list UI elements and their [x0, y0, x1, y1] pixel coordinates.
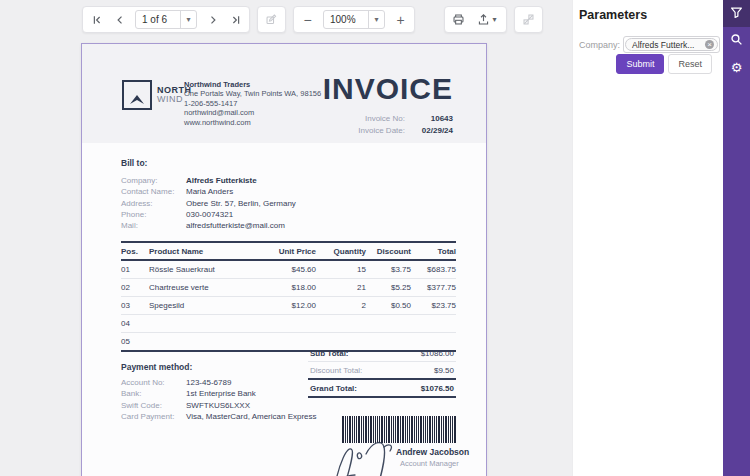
invoice-no-value: 10643 [405, 113, 453, 125]
viewer-toolbar: 1 of 6 ▾ [82, 6, 550, 33]
payment-value: 123-45-6789 [186, 377, 231, 388]
zoom-select-value: 100% [324, 14, 368, 25]
document-viewer-area: 1 of 6 ▾ [0, 0, 572, 476]
signer-role: Account Manager [400, 459, 459, 468]
pagination-group: 1 of 6 ▾ [82, 6, 250, 33]
sidebar-item-parameters[interactable] [723, 0, 750, 27]
totals-block: Sub Total: $1086.00 Discount Total: $9.5… [308, 345, 456, 398]
payment-label: Account No: [121, 377, 186, 388]
last-page-button[interactable] [224, 7, 247, 32]
chevron-down-icon[interactable]: ▾ [180, 11, 196, 28]
seller-phone: 1-206-555-1417 [184, 99, 321, 108]
print-button[interactable] [447, 7, 470, 32]
gear-icon: ⚙ [731, 61, 743, 74]
col-quantity: Quantity [316, 242, 366, 260]
payment-row: Swift Code: SWFTKUS6LXXX [121, 400, 317, 411]
bill-to-label: Address: [121, 198, 186, 209]
invoice-no-label: Invoice No: [365, 113, 405, 125]
zoom-group: − 100% ▾ + [293, 6, 415, 33]
page-select-value: 1 of 6 [136, 14, 180, 25]
editing-group [257, 6, 286, 33]
col-unit-price: Unit Price [259, 242, 316, 260]
payment-value: Visa, MasterCard, American Express [186, 411, 317, 422]
payment-label: Card Payment: [121, 411, 186, 422]
grand-total-label: Grand Total: [310, 384, 357, 393]
zoom-in-button[interactable]: + [389, 7, 412, 32]
first-page-button[interactable] [85, 7, 108, 32]
submit-button[interactable]: Submit [616, 54, 664, 74]
sub-total-value: $1086.00 [421, 349, 454, 358]
bill-to-block: Company: Alfreds Futterkiste Contact Nam… [121, 175, 296, 231]
report-viewer-app: 1 of 6 ▾ [0, 0, 750, 476]
bill-to-row: Mail: alfredsfutterkiste@mail.com [121, 220, 296, 231]
sub-total-row: Sub Total: $1086.00 [308, 345, 456, 362]
reset-button[interactable]: Reset [668, 54, 712, 74]
search-icon [730, 32, 743, 50]
company-input[interactable]: Alfreds Futterk... × [623, 36, 720, 53]
bill-to-label: Phone: [121, 209, 186, 220]
company-value-chip[interactable]: Alfreds Futterk... × [625, 38, 718, 51]
payment-value: 1st Enterprise Bank [186, 388, 256, 399]
payment-row: Card Payment: Visa, MasterCard, American… [121, 411, 317, 422]
bill-to-row: Company: Alfreds Futterkiste [121, 175, 296, 186]
seller-name: Northwind Traders [184, 80, 321, 89]
bill-to-value: alfredsfutterkiste@mail.com [186, 220, 285, 231]
table-row: 04 [121, 315, 456, 333]
seller-address: One Portals Way, Twin Points WA, 98156 [184, 89, 321, 98]
table-row: 03 Spegesild $12.00 2 $0.50 $23.75 [121, 297, 456, 315]
first-page-icon [91, 14, 103, 26]
fullscreen-group [514, 6, 543, 33]
sidebar-item-search[interactable] [723, 27, 750, 54]
table-header-row: Pos. Product Name Unit Price Quantity Di… [121, 242, 456, 260]
sidebar-item-settings[interactable]: ⚙ [723, 54, 750, 81]
line-items-table: Pos. Product Name Unit Price Quantity Di… [121, 241, 456, 352]
chevron-down-icon[interactable]: ▾ [368, 11, 384, 28]
seller-info: Northwind Traders One Portals Way, Twin … [184, 80, 321, 127]
bill-to-heading: Bill to: [121, 158, 147, 168]
table-row: 02 Chartreuse verte $18.00 21 $5.25 $377… [121, 279, 456, 297]
filter-funnel-icon [730, 5, 743, 23]
discount-total-label: Discount Total: [310, 366, 362, 375]
invoice-page: NORTH WIND Northwind Traders One Portals… [81, 43, 487, 476]
payment-block: Account No: 123-45-6789 Bank: 1st Enterp… [121, 377, 317, 422]
company-parameter-row: Company: Alfreds Futterk... × [579, 36, 720, 53]
sub-total-label: Sub Total: [310, 349, 349, 358]
viewer-sidebar: ⚙ [723, 0, 750, 476]
payment-label: Bank: [121, 388, 186, 399]
parameters-actions: Submit Reset [616, 54, 712, 74]
parameters-panel: Parameters Company: Alfreds Futterk... ×… [572, 0, 723, 476]
col-product-name: Product Name [149, 242, 259, 260]
invoice-date-label: Invoice Date: [358, 125, 405, 137]
northwind-logo-icon [122, 80, 152, 110]
export-button[interactable]: ▾ [470, 7, 504, 32]
chevron-right-icon [207, 14, 219, 26]
page-select[interactable]: 1 of 6 ▾ [135, 10, 197, 29]
invoice-title: INVOICE [323, 72, 453, 106]
table-row: 01 Rössle Sauerkraut $45.60 15 $3.75 $68… [121, 260, 456, 279]
bill-to-value: Maria Anders [186, 186, 233, 197]
bill-to-label: Mail: [121, 220, 186, 231]
zoom-out-button[interactable]: − [296, 7, 319, 32]
payment-row: Account No: 123-45-6789 [121, 377, 317, 388]
zoom-select[interactable]: 100% ▾ [323, 10, 385, 29]
bill-to-value: Obere Str. 57, Berlin, Germany [186, 198, 296, 209]
print-export-group: ▾ [444, 6, 507, 33]
highlight-editing-fields-button [260, 7, 283, 32]
invoice-meta: Invoice No: 10643 Invoice Date: 02/29/24 [358, 113, 453, 137]
discount-total-row: Discount Total: $9.50 [308, 362, 456, 380]
bill-to-row: Contact Name: Maria Anders [121, 186, 296, 197]
bill-to-row: Phone: 030-0074321 [121, 209, 296, 220]
parameters-title: Parameters [579, 8, 647, 22]
seller-website: www.northwind.com [184, 118, 321, 127]
col-pos: Pos. [121, 242, 149, 260]
invoice-date-value: 02/29/24 [405, 125, 453, 137]
bill-to-value: Alfreds Futterkiste [186, 175, 257, 186]
col-discount: Discount [366, 242, 411, 260]
grand-total-row: Grand Total: $1076.50 [308, 380, 456, 398]
clear-icon[interactable]: × [705, 40, 714, 49]
chevron-down-icon: ▾ [492, 15, 496, 24]
signer-name: Andrew Jacobson [396, 447, 469, 457]
bill-to-label: Company: [121, 175, 186, 186]
previous-page-button[interactable] [108, 7, 131, 32]
next-page-button[interactable] [201, 7, 224, 32]
